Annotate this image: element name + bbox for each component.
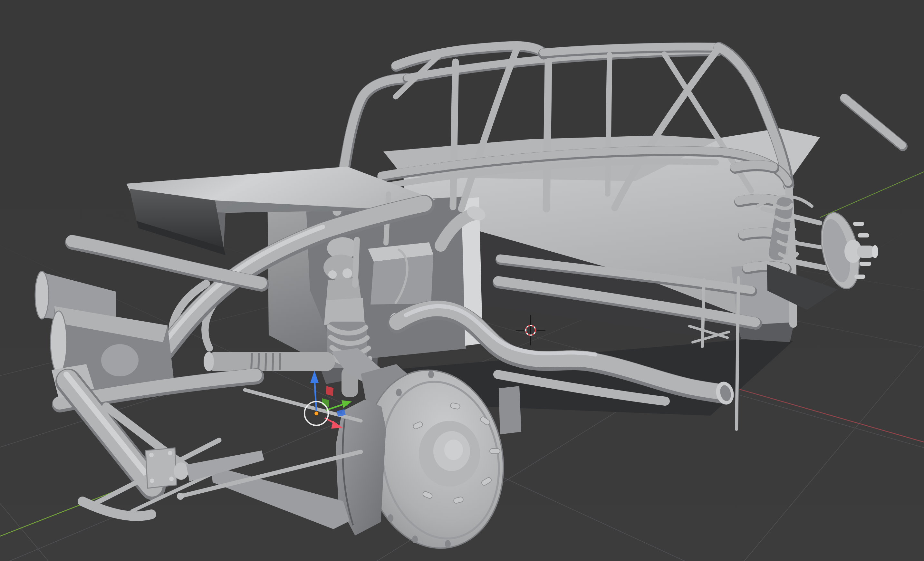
megaphone-flange [51, 311, 67, 374]
side-rail-stub[interactable] [735, 165, 773, 167]
blender-3d-viewport[interactable] [0, 0, 924, 561]
pump-cylinder[interactable] [101, 344, 138, 376]
steering-rack[interactable] [206, 352, 335, 371]
windshield-post[interactable] [453, 62, 456, 207]
valve-cover-face[interactable] [370, 255, 434, 304]
windshield-post[interactable] [546, 63, 548, 209]
viewport-canvas[interactable] [0, 0, 924, 561]
megaphone-flange [35, 272, 49, 319]
rod-end [177, 493, 184, 500]
support-rod[interactable] [736, 278, 738, 429]
side-rail-stub[interactable] [747, 266, 786, 268]
ball-joint [174, 462, 189, 480]
intake-knob [328, 270, 337, 279]
hub-cap [444, 440, 463, 460]
bay-post[interactable] [355, 240, 357, 285]
rear-hub-cap [872, 245, 878, 258]
support-rod[interactable] [702, 280, 704, 346]
intake-knob [342, 268, 352, 278]
rack-end [204, 352, 214, 371]
object-origin-dot [315, 411, 319, 416]
cage-post[interactable] [608, 55, 609, 194]
frame-bracket[interactable] [499, 386, 521, 434]
shock-tower-block[interactable] [324, 298, 365, 325]
